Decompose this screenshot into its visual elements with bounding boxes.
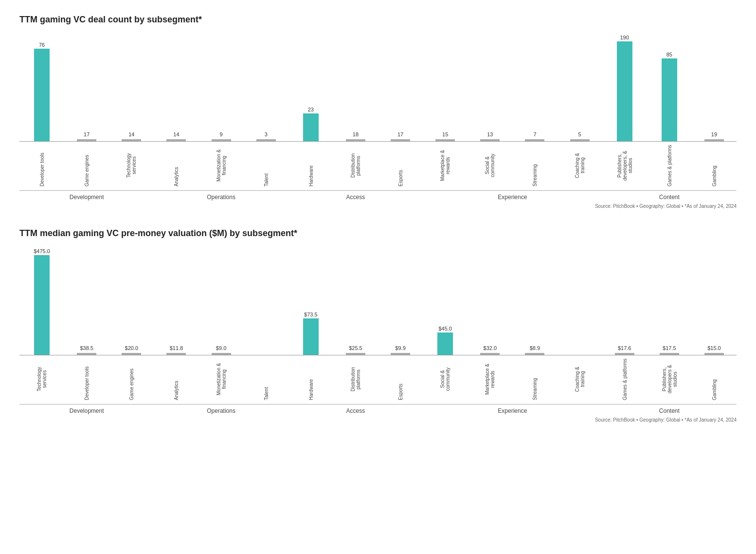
bar-group: $32.0 [468, 248, 512, 355]
bar-line [480, 139, 500, 141]
bar-axis-label: Marketplace & rewards [423, 145, 468, 188]
category-label: Content [602, 194, 737, 201]
bar-group: $20.0 [109, 248, 154, 355]
bar-group: $17.6 [602, 248, 647, 355]
bar-group: $8.9 [512, 248, 557, 355]
bar-value-label: $38.5 [80, 345, 93, 351]
page-content: TTM gaming VC deal count by subsegment* … [19, 15, 737, 423]
bar-line [391, 353, 410, 355]
bar-group: $475.0 [19, 248, 64, 355]
bar-rect [303, 318, 319, 355]
bar-line [435, 139, 455, 141]
bar-value-label: $11.8 [170, 345, 183, 351]
bar-line [212, 139, 231, 141]
bar-axis-label: Gambling [692, 145, 737, 188]
bar-value-label: $20.0 [125, 345, 139, 351]
bar-rect [662, 58, 677, 141]
bar-value-label: $32.0 [484, 345, 497, 351]
bar-line [525, 139, 544, 141]
bar-line [660, 353, 679, 355]
bar-axis-label: Streaming [512, 358, 557, 402]
chart1-wrapper: 76171414932318171513751908519 Developer … [19, 35, 737, 209]
bar-value-label: 76 [39, 42, 45, 48]
bar-value-label: 5 [578, 131, 581, 137]
bar-line [122, 139, 141, 141]
bar-axis-label: Social & community [468, 145, 512, 188]
bar-group: $9.9 [378, 248, 423, 355]
bar-rect [617, 41, 632, 141]
bar-group: $73.5 [288, 248, 333, 355]
bar-value-label: 19 [711, 131, 717, 137]
bar-rect [437, 332, 453, 355]
bar-line [570, 139, 590, 141]
bar-group: 23 [288, 35, 333, 141]
bar-axis-label: Games & platforms [602, 358, 647, 402]
bar-line [166, 353, 186, 355]
bar-axis-label: Monetization & financing [199, 145, 244, 188]
bar-value-label: $8.9 [530, 345, 540, 351]
category-label: Operations [154, 194, 288, 201]
bar-group: 76 [19, 35, 64, 141]
bar-line [77, 353, 96, 355]
bar-group: 19 [692, 35, 737, 141]
bar-axis-label: Esports [378, 358, 423, 402]
bar-group: $15.0 [692, 248, 737, 355]
bar-value-label: $73.5 [304, 312, 318, 317]
bar-axis-label: Marketplace & rewards [468, 358, 512, 402]
chart2-source: Source: PitchBook • Geography: Global • … [19, 417, 737, 423]
bar-axis-label: Developer tools [64, 358, 109, 402]
bar-axis-label: Analytics [154, 358, 198, 402]
bar-line [256, 139, 276, 141]
bar-line [77, 139, 96, 141]
category-label: Experience [423, 407, 602, 414]
bar-axis-label: Hardware [288, 358, 333, 402]
bar-value-label: 17 [397, 131, 403, 137]
bar-group: 18 [333, 35, 378, 141]
bar-value-label: $9.9 [395, 345, 405, 351]
bar-axis-label: Coaching & training [558, 358, 602, 402]
chart1-categories: DevelopmentOperationsAccessExperienceCon… [19, 190, 737, 201]
bar-value-label: $45.0 [438, 326, 452, 332]
bar-group: 15 [423, 35, 468, 141]
bar-axis-label: Social & community [423, 358, 468, 402]
chart1-bars: 76171414932318171513751908519 [19, 35, 737, 142]
bar-value-label: 14 [173, 131, 179, 137]
category-label: Experience [423, 194, 602, 201]
chart1-source: Source: PitchBook • Geography: Global • … [19, 203, 737, 209]
bar-value-label: 13 [487, 131, 493, 137]
chart1-labels: Developer toolsGame enginesTechnology se… [19, 142, 737, 188]
chart2-categories: DevelopmentOperationsAccessExperienceCon… [19, 404, 737, 414]
category-label: Content [602, 407, 737, 414]
bar-axis-label: Coaching & training [558, 145, 602, 188]
bar-group [244, 248, 288, 355]
bar-axis-label: Monetization & financing [199, 358, 244, 402]
bar-axis-label: Esports [378, 145, 423, 188]
bar-value-label: 18 [353, 131, 359, 137]
bar-value-label: 85 [666, 52, 672, 57]
bar-rect [34, 255, 50, 355]
bar-group: 14 [154, 35, 198, 141]
bar-group: $38.5 [64, 248, 109, 355]
chart2-bars: $475.0$38.5$20.0$11.8$9.0$73.5$25.5$9.9$… [19, 248, 737, 355]
bar-group: 3 [244, 35, 288, 141]
bar-axis-label: Games & platforms [647, 145, 692, 188]
bar-group: $25.5 [333, 248, 378, 355]
bar-line [480, 353, 500, 355]
bar-axis-label: Technology services [19, 358, 64, 402]
bar-value-label: 15 [442, 131, 448, 137]
bar-value-label: 190 [620, 35, 629, 40]
bar-value-label: $17.5 [663, 345, 676, 351]
bar-group [558, 248, 602, 355]
category-label: Operations [154, 407, 288, 414]
chart1-section: TTM gaming VC deal count by subsegment* … [19, 15, 737, 209]
bar-value-label: 17 [84, 131, 90, 137]
chart2-wrapper: $475.0$38.5$20.0$11.8$9.0$73.5$25.5$9.9$… [19, 248, 737, 423]
bar-value-label: 7 [533, 131, 536, 137]
bar-axis-label: Streaming [512, 145, 557, 188]
bar-rect [34, 49, 50, 141]
bar-axis-label: Analytics [154, 145, 198, 188]
bar-line [704, 139, 724, 141]
bar-group: $11.8 [154, 248, 198, 355]
chart2-title: TTM median gaming VC pre-money valuation… [19, 228, 737, 239]
bar-group: 190 [602, 35, 647, 141]
